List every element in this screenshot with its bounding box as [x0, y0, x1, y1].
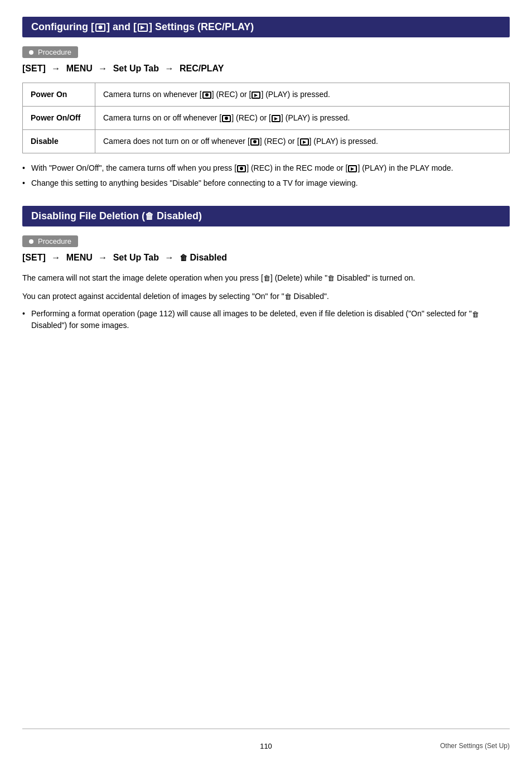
file-deletion-bullets: Performing a format operation (page 112)… [22, 308, 510, 331]
page-number: 110 [260, 742, 272, 750]
procedure-badge-2: Procedure [22, 235, 78, 247]
section-header-file-deletion: Disabling File Deletion (🗑 Disabled) [22, 206, 510, 226]
table-cell-desc: Camera turns on whenever [] (REC) or [▶]… [95, 83, 510, 107]
list-item: With "Power On/Off", the camera turns of… [22, 162, 510, 174]
rec-play-bullets: With "Power On/Off", the camera turns of… [22, 162, 510, 189]
trash-icon-inline3: 🗑 [284, 292, 292, 301]
file-deletion-body-2: You can protect against accidental delet… [22, 290, 510, 303]
footer-label: Other Settings (Set Up) [440, 742, 510, 750]
table-cell-desc: Camera turns on or off whenever [] (REC)… [95, 107, 510, 130]
play-icon-header: ▶ [138, 23, 148, 32]
procedure-label-2: Procedure [38, 237, 71, 245]
trash-icon-inline2: 🗑 [327, 274, 335, 282]
list-item: Performing a format operation (page 112)… [22, 308, 510, 331]
procedure-badge-1: Procedure [22, 46, 78, 58]
table-row: Power On Camera turns on whenever [] (RE… [23, 83, 510, 107]
table-cell-label: Disable [23, 130, 95, 153]
nav-path-2: [SET] → MENU → Set Up Tab → 🗑 Disabled [22, 253, 510, 263]
trash-icon-nav: 🗑 [180, 253, 187, 262]
section-file-deletion: Disabling File Deletion (🗑 Disabled) Pro… [22, 206, 510, 331]
trash-icon-inline4: 🗑 [472, 310, 479, 319]
table-cell-label: Power On [23, 83, 95, 107]
footer-divider [22, 729, 510, 729]
file-deletion-body-1: The camera will not start the image dele… [22, 272, 510, 285]
trash-icon-inline: 🗑 [263, 274, 270, 282]
section-rec-play: Configuring [] and [▶] Settings (REC/PLA… [22, 17, 510, 189]
table-row: Disable Camera does not turn on or off w… [23, 130, 510, 153]
table-cell-label: Power On/Off [23, 107, 95, 130]
table-row: Power On/Off Camera turns on or off when… [23, 107, 510, 130]
list-item: Change this setting to anything besides … [22, 177, 510, 189]
procedure-label-1: Procedure [38, 48, 71, 56]
rec-icon [95, 23, 105, 32]
section-header-rec-play: Configuring [] and [▶] Settings (REC/PLA… [22, 17, 510, 37]
trash-icon-header: 🗑 [145, 211, 154, 221]
rec-play-table: Power On Camera turns on whenever [] (RE… [22, 83, 510, 153]
nav-path-1: [SET] → MENU → Set Up Tab → REC/PLAY [22, 64, 510, 74]
table-cell-desc: Camera does not turn on or off whenever … [95, 130, 510, 153]
